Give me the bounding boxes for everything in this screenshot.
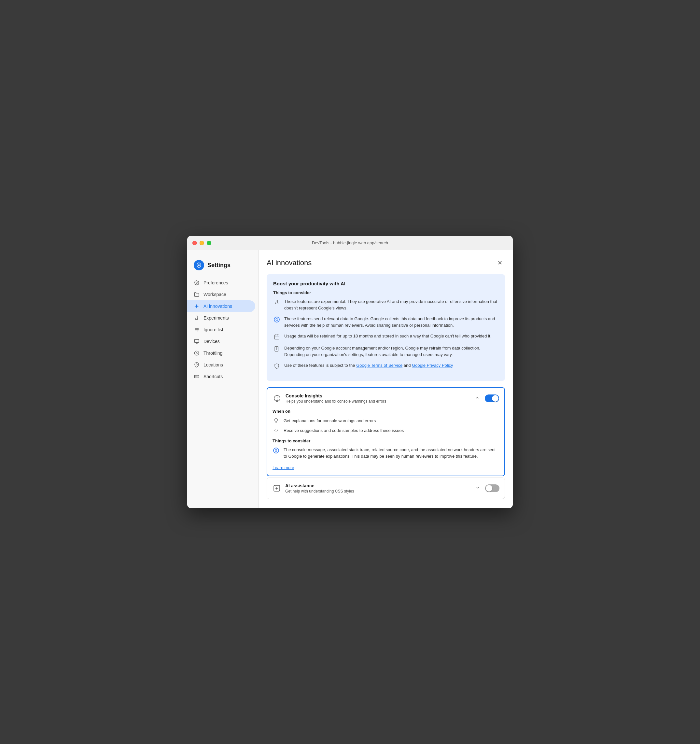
sidebar-header: Settings: [187, 257, 259, 277]
devtools-window: DevTools - bubble-jingle.web.app/search …: [187, 236, 513, 508]
ignore-list-icon: [194, 327, 199, 333]
info-item-experimental: These features are experimental. They us…: [273, 298, 498, 311]
folder-icon: [194, 292, 199, 298]
info-box: Boost your productivity with AI Things t…: [267, 274, 505, 381]
sidebar-item-locations[interactable]: Locations: [187, 359, 259, 371]
ai-assistance-chevron-button[interactable]: [474, 484, 481, 493]
google-logo-icon: G: [273, 316, 280, 323]
info-box-title: Boost your productivity with AI: [273, 281, 498, 286]
console-insights-chevron-button[interactable]: [474, 394, 481, 403]
console-insights-icon: [272, 394, 282, 403]
titlebar: DevTools - bubble-jingle.web.app/search: [187, 236, 513, 250]
svg-point-0: [198, 265, 200, 266]
privacy-link[interactable]: Google Privacy Policy: [412, 363, 453, 368]
settings-logo-icon: [194, 260, 204, 270]
fullscreen-traffic-light[interactable]: [207, 241, 211, 245]
learn-more-link[interactable]: Learn more: [272, 465, 294, 470]
sidebar-item-devices[interactable]: Devices: [187, 336, 259, 347]
google-send-icon: G: [272, 447, 280, 454]
ai-experimental-icon: [273, 299, 280, 306]
gear-icon: [194, 280, 199, 286]
sidebar-item-label-devices: Devices: [204, 339, 220, 344]
sidebar-item-label-experiments: Experiments: [204, 315, 229, 320]
sidebar-item-ai-innovations[interactable]: AI innovations: [187, 301, 255, 312]
sidebar-item-shortcuts[interactable]: Shortcuts: [187, 371, 259, 382]
console-insights-card: Console Insights Helps you understand an…: [267, 387, 505, 476]
ai-assistance-desc: Get help with understanding CSS styles: [285, 489, 470, 494]
console-insights-desc: Helps you understand and fix console war…: [285, 399, 470, 403]
shield-icon: [273, 363, 280, 370]
console-insights-toggle[interactable]: [485, 394, 499, 402]
things-to-consider-title: Things to consider: [272, 439, 499, 443]
svg-rect-24: [275, 347, 278, 351]
document-icon: [273, 345, 280, 353]
when-on-title: When on: [272, 409, 499, 414]
info-item-account-text: Depending on your Google account managem…: [284, 345, 498, 358]
sidebar-item-label-locations: Locations: [204, 362, 223, 368]
svg-point-1: [196, 282, 197, 283]
flask-icon: [194, 315, 199, 321]
close-button[interactable]: ✕: [495, 258, 505, 268]
sidebar-item-workspace[interactable]: Workspace: [187, 289, 259, 301]
console-insights-header: Console Insights Helps you understand an…: [267, 388, 504, 409]
explanation-lightbulb-icon: [272, 417, 280, 424]
keyboard-icon: [194, 373, 199, 379]
info-box-subtitle: Things to consider: [273, 290, 498, 295]
ai-spark-icon: [194, 303, 199, 309]
svg-point-32: [276, 488, 277, 489]
sidebar-item-label-ai: AI innovations: [204, 304, 232, 309]
sidebar: Settings Preferences: [187, 250, 259, 508]
main-content: AI innovations ✕ Boost your productivity…: [259, 250, 513, 508]
info-item-retention-text: Usage data will be retained for up to 18…: [284, 333, 498, 339]
things-item-google: G The console message, associated stack …: [272, 446, 499, 459]
traffic-lights: [192, 241, 211, 245]
things-google-text: The console message, associated stack tr…: [284, 446, 499, 459]
sidebar-item-label-shortcuts: Shortcuts: [204, 374, 223, 379]
info-item-tos-text: Use of these features is subject to the …: [284, 362, 498, 369]
main-layout: Settings Preferences: [187, 250, 513, 508]
console-insights-expanded: When on Get explanations for console war…: [267, 409, 504, 476]
calendar-icon: [273, 333, 280, 341]
when-on-item-suggestions: Receive suggestions and code samples to …: [272, 427, 499, 434]
svg-rect-20: [275, 335, 279, 339]
page-title: AI innovations: [267, 259, 312, 267]
ai-assistance-name: AI assistance: [285, 483, 470, 488]
devices-icon: [194, 338, 199, 344]
sidebar-item-label-preferences: Preferences: [204, 280, 228, 285]
svg-rect-13: [195, 375, 199, 378]
svg-point-12: [196, 364, 197, 365]
svg-rect-8: [195, 339, 199, 342]
close-traffic-light[interactable]: [192, 241, 197, 245]
info-item-retention: Usage data will be retained for up to 18…: [273, 333, 498, 341]
page-header: AI innovations ✕: [267, 258, 505, 268]
ai-toggle-thumb: [486, 485, 492, 491]
ai-assistance-toggle[interactable]: [485, 484, 499, 492]
code-icon: [272, 427, 280, 434]
sidebar-item-label-ignore: Ignore list: [204, 327, 223, 332]
suggestions-text: Receive suggestions and code samples to …: [284, 428, 404, 433]
console-insights-name: Console Insights: [285, 393, 470, 399]
info-item-tos: Use of these features is subject to the …: [273, 362, 498, 370]
sidebar-title: Settings: [207, 262, 230, 269]
sidebar-item-throttling[interactable]: Throttling: [187, 347, 259, 359]
throttling-icon: [194, 350, 199, 356]
ai-assistance-controls: [474, 484, 499, 493]
info-item-google-text: These features send relevant data to Goo…: [284, 315, 498, 328]
sidebar-item-label-throttling: Throttling: [204, 351, 222, 356]
ai-assistance-header: AI assistance Get help with understandin…: [267, 478, 505, 499]
location-icon: [194, 362, 199, 368]
info-item-google-data: G These features send relevant data to G…: [273, 315, 498, 328]
ai-assistance-icon: [272, 484, 281, 493]
ai-assistance-text: AI assistance Get help with understandin…: [285, 483, 470, 494]
explanation-text: Get explanations for console warnings an…: [284, 418, 376, 423]
console-insights-controls: [474, 394, 499, 403]
sidebar-item-ignore-list[interactable]: Ignore list: [187, 324, 259, 336]
sidebar-item-label-workspace: Workspace: [204, 292, 226, 297]
window-title: DevTools - bubble-jingle.web.app/search: [312, 240, 388, 245]
tos-link[interactable]: Google Terms of Service: [356, 363, 403, 368]
minimize-traffic-light[interactable]: [199, 241, 204, 245]
ai-assistance-card: AI assistance Get help with understandin…: [267, 478, 505, 499]
info-item-experimental-text: These features are experimental. They us…: [284, 298, 498, 311]
sidebar-item-experiments[interactable]: Experiments: [187, 312, 259, 324]
sidebar-item-preferences[interactable]: Preferences: [187, 277, 259, 289]
